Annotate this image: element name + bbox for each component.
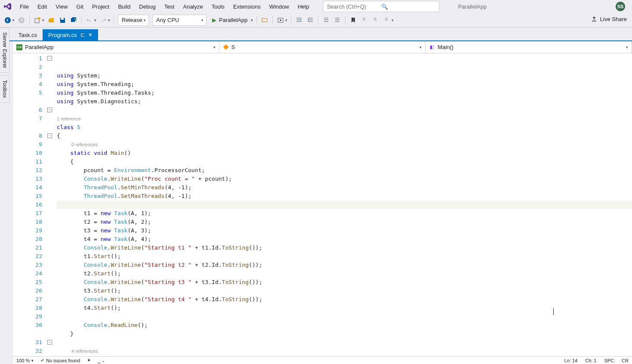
class-icon: 🔶	[223, 44, 229, 50]
pin-icon[interactable]: ⊏	[80, 32, 85, 38]
search-input[interactable]: Search (Ctrl+Q) 🔍	[323, 1, 439, 12]
code-line[interactable]: static void Main()	[57, 149, 632, 157]
line-indicator[interactable]: Ln: 14	[564, 358, 578, 363]
code-line[interactable]: t2 = new Task(A, 2);	[57, 218, 632, 226]
code-line[interactable]: ThreadPool.SetMinThreads(4, -1);	[57, 183, 632, 192]
menu-file[interactable]: File	[15, 1, 33, 12]
issues-indicator[interactable]: ✔ No issues found	[40, 358, 80, 363]
dropdown-icon[interactable]: ▾	[42, 18, 44, 22]
toolbar-button[interactable]	[275, 15, 286, 25]
menu-project[interactable]: Project	[88, 1, 114, 12]
code-line[interactable]: {	[57, 157, 632, 166]
save-all-button[interactable]	[68, 15, 79, 25]
code-line[interactable]: t1 = new Task(A, 1);	[57, 209, 632, 218]
menu-edit[interactable]: Edit	[33, 1, 51, 12]
outdent-button[interactable]	[294, 15, 304, 25]
code-line[interactable]: Console.WriteLine("Starting t3 " + t3.Id…	[57, 278, 632, 287]
method-nav-combo[interactable]: ◧ Main()	[425, 41, 632, 53]
code-line[interactable]: class S	[57, 123, 632, 132]
menu-view[interactable]: View	[51, 1, 72, 12]
code-line[interactable]: t4 = new Task(A, 4);	[57, 235, 632, 244]
nav-back-button[interactable]	[3, 15, 13, 25]
code-line[interactable]: using System.Diagnostics;	[57, 97, 632, 106]
fold-toggle[interactable]: −	[47, 54, 57, 63]
code-line[interactable]: t3.Start();	[57, 287, 632, 295]
dropdown-icon[interactable]: ▾	[251, 18, 253, 22]
code-line[interactable]: Console.WriteLine("Starting t4 " + t4.Id…	[57, 295, 632, 304]
code-line[interactable]	[57, 312, 632, 321]
code-editor[interactable]: 1234567891011121314151617181920212223242…	[13, 53, 632, 356]
fold-toggle[interactable]: −	[47, 338, 57, 347]
save-button[interactable]	[57, 15, 68, 25]
platform-combo[interactable]: Any CPU	[152, 15, 207, 26]
codelens[interactable]: 0 references	[57, 140, 632, 149]
codelens[interactable]: 4 references	[57, 347, 632, 355]
class-nav-combo[interactable]: 🔶 S	[219, 41, 426, 53]
line-number: 20	[13, 235, 42, 244]
codelens[interactable]: 1 reference	[57, 114, 632, 123]
line-number	[13, 123, 42, 132]
menu-build[interactable]: Build	[114, 1, 135, 12]
undo-button	[84, 15, 95, 25]
zoom-combo[interactable]: 100 %▾	[16, 358, 34, 363]
svg-point-3	[38, 17, 40, 20]
user-avatar[interactable]: SS	[616, 2, 625, 11]
start-button[interactable]: ▶ ParallelApp	[209, 15, 251, 25]
project-nav-combo[interactable]: C# ParallelApp	[13, 41, 219, 53]
code-line[interactable]	[57, 201, 632, 209]
code-line[interactable]: t4.Start();	[57, 304, 632, 312]
toolbox-tab[interactable]: Toolbox	[0, 75, 9, 102]
code-line[interactable]: t2.Start();	[57, 269, 632, 278]
fold-guide	[47, 97, 57, 106]
new-item-button[interactable]	[32, 15, 43, 25]
char-indicator[interactable]: Ch: 1	[585, 358, 596, 363]
uncomment-button[interactable]	[332, 15, 342, 25]
code-line[interactable]: using System;	[57, 71, 632, 80]
server-explorer-tab[interactable]: Server Explorer	[0, 28, 9, 73]
indent-button[interactable]	[305, 15, 315, 25]
menu-window[interactable]: Window	[265, 1, 293, 12]
line-number: 21	[13, 244, 42, 252]
fold-guide	[47, 166, 57, 175]
open-file-button[interactable]	[46, 15, 56, 25]
bookmark-button[interactable]	[348, 15, 358, 25]
config-combo[interactable]: Release	[118, 15, 149, 26]
menu-analyze[interactable]: Analyze	[179, 1, 207, 12]
fold-guide	[47, 157, 57, 166]
code-line[interactable]: {	[57, 132, 632, 140]
menu-test[interactable]: Test	[160, 1, 179, 12]
code-line[interactable]: using System.Threading;	[57, 80, 632, 89]
tab-program-cs[interactable]: Program.cs⊏✕	[43, 29, 98, 40]
code-line[interactable]: ThreadPool.SetMaxThreads(4, -1);	[57, 192, 632, 201]
code-line[interactable]: }	[57, 330, 632, 338]
menu-debug[interactable]: Debug	[135, 1, 160, 12]
live-share-button[interactable]: Live Share	[591, 15, 627, 22]
dropdown-icon[interactable]: ▾	[285, 18, 287, 22]
menu-git[interactable]: Git	[72, 1, 88, 12]
comment-button[interactable]	[321, 15, 331, 25]
fold-toggle[interactable]: −	[47, 132, 57, 140]
code-line[interactable]	[57, 338, 632, 347]
code-line[interactable]: Console.ReadLine();	[57, 321, 632, 330]
close-icon[interactable]: ✕	[88, 32, 92, 38]
dropdown-icon[interactable]: ▾	[12, 18, 15, 22]
code-line[interactable]: Console.WriteLine("Proc count = " + pcou…	[57, 175, 632, 183]
crlf-indicator[interactable]: CR	[622, 358, 629, 363]
menu-help[interactable]: Help	[293, 1, 314, 12]
tab-task-cs[interactable]: Task.cs	[13, 29, 43, 40]
code-line[interactable]: Console.WriteLine("Starting t1 " + t1.Id…	[57, 244, 632, 252]
code-line[interactable]: pcount = Environment.ProcessorCount;	[57, 166, 632, 175]
toolbar-button[interactable]	[259, 15, 270, 25]
spaces-indicator[interactable]: SPC	[604, 358, 614, 363]
line-number: 12	[13, 166, 42, 175]
fold-toggle[interactable]: −	[47, 106, 57, 114]
code-line[interactable]	[57, 106, 632, 114]
toolbar-button[interactable]: ⎯ ▾	[98, 358, 105, 363]
code-line[interactable]: Console.WriteLine("Starting t2 " + t2.Id…	[57, 261, 632, 269]
toolbar-button[interactable]: ✦	[87, 358, 91, 363]
menu-tools[interactable]: Tools	[207, 1, 229, 12]
code-line[interactable]: using System.Threading.Tasks;	[57, 89, 632, 97]
code-line[interactable]: t3 = new Task(A, 3);	[57, 226, 632, 235]
menu-extensions[interactable]: Extensions	[229, 1, 265, 12]
code-line[interactable]: t1.Start();	[57, 252, 632, 261]
